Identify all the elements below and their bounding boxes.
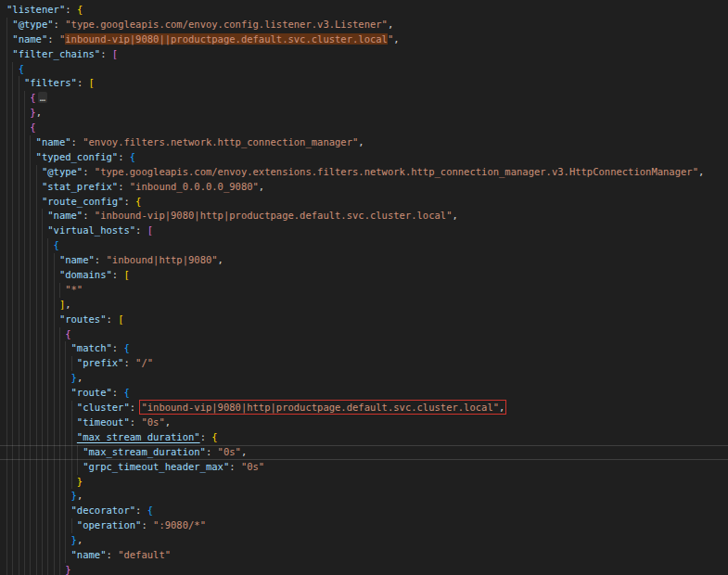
indentation bbox=[6, 107, 30, 118]
code-token: : bbox=[112, 387, 124, 398]
code-line[interactable]: }, bbox=[0, 533, 728, 548]
code-token: [ bbox=[89, 77, 95, 88]
code-token: "inbound-vip|9080|http|productpage.defau… bbox=[141, 402, 499, 413]
indentation bbox=[6, 387, 71, 398]
indentation bbox=[6, 151, 36, 162]
indentation bbox=[6, 328, 65, 339]
code-token: : bbox=[100, 48, 112, 59]
code-line[interactable]: "timeout": "0s", bbox=[0, 415, 728, 430]
code-token: : bbox=[118, 181, 130, 192]
code-line[interactable]: } bbox=[0, 563, 728, 575]
code-token: [ bbox=[147, 224, 153, 236]
code-token: , bbox=[165, 416, 171, 428]
code-line[interactable]: "*" bbox=[0, 283, 728, 298]
code-line[interactable]: { bbox=[0, 327, 728, 342]
code-token: "decorator" bbox=[71, 505, 136, 516]
code-token: , bbox=[393, 33, 399, 45]
indentation bbox=[6, 284, 65, 295]
indentation bbox=[6, 210, 47, 221]
code-line[interactable]: "name": "inbound|http|9080", bbox=[0, 253, 728, 268]
code-token: : bbox=[106, 313, 118, 325]
indentation bbox=[6, 446, 83, 457]
indentation bbox=[6, 490, 71, 501]
code-token: : bbox=[135, 505, 147, 516]
code-token: : bbox=[71, 136, 83, 147]
code-line[interactable]: "filters": [ bbox=[0, 76, 728, 91]
code-line-current[interactable]: "max_stream_duration": "0s", bbox=[0, 445, 728, 460]
code-token: "max_stream_duration" bbox=[83, 446, 206, 457]
code-line[interactable]: { bbox=[0, 121, 728, 135]
code-line[interactable]: { bbox=[0, 62, 728, 77]
code-line[interactable]: "name": "default" bbox=[0, 548, 728, 563]
code-token: { bbox=[65, 328, 70, 339]
code-token: : bbox=[135, 224, 147, 236]
code-line[interactable]: "route": { bbox=[0, 386, 728, 401]
code-token: "match" bbox=[71, 342, 112, 353]
code-token: "prefix" bbox=[77, 357, 124, 368]
code-token: "name" bbox=[59, 254, 95, 265]
code-line[interactable]: "route_config": { bbox=[0, 195, 728, 210]
code-line[interactable]: "cluster": "inbound-vip|9080|http|produc… bbox=[0, 401, 728, 415]
code-token: "envoy.filters.network.http_connection_m… bbox=[83, 136, 358, 147]
indentation bbox=[6, 402, 77, 413]
code-line[interactable]: "name": "envoy.filters.network.http_conn… bbox=[0, 135, 728, 150]
code-line[interactable]: }, bbox=[0, 489, 728, 504]
code-token: , bbox=[499, 402, 504, 413]
indentation bbox=[6, 564, 65, 575]
code-line[interactable]: "match": { bbox=[0, 341, 728, 356]
code-token: , bbox=[218, 254, 224, 265]
code-line[interactable]: {… bbox=[0, 91, 728, 106]
code-line[interactable]: "grpc_timeout_header_max": "0s" bbox=[0, 460, 728, 475]
code-line[interactable]: "virtual_hosts": [ bbox=[0, 224, 728, 238]
code-token: [ bbox=[112, 48, 118, 59]
code-token: "/" bbox=[135, 357, 153, 368]
code-line[interactable]: "listener": { bbox=[0, 3, 728, 18]
code-token: "domains" bbox=[59, 269, 112, 280]
code-line[interactable]: { bbox=[0, 238, 728, 253]
code-token: "grpc_timeout_header_max" bbox=[83, 461, 229, 472]
code-line[interactable]: "filter_chains": [ bbox=[0, 47, 728, 62]
code-line[interactable]: "name": "inbound-vip|9080|http|productpa… bbox=[0, 209, 728, 224]
code-line[interactable]: "routes": [ bbox=[0, 313, 728, 327]
code-token: { bbox=[130, 151, 135, 162]
code-token: "default" bbox=[118, 549, 171, 560]
code-line[interactable]: "domains": [ bbox=[0, 268, 728, 283]
code-line[interactable]: "name": "inbound-vip|9080||productpage.d… bbox=[0, 32, 728, 47]
code-token: ":9080/*" bbox=[153, 519, 206, 530]
code-token: : bbox=[65, 4, 77, 15]
code-token: , bbox=[241, 446, 247, 457]
indentation bbox=[6, 121, 30, 133]
indentation bbox=[6, 92, 30, 103]
code-token: "virtual_hosts" bbox=[47, 224, 135, 236]
code-line[interactable]: } bbox=[0, 475, 728, 490]
code-token: "type.googleapis.com/envoy.config.listen… bbox=[65, 19, 388, 30]
code-line[interactable]: ], bbox=[0, 298, 728, 313]
code-token: "max_stream_duration" bbox=[77, 431, 200, 442]
code-token: { bbox=[123, 387, 129, 398]
code-token: "listener" bbox=[6, 4, 65, 15]
code-line[interactable]: "typed_config": { bbox=[0, 150, 728, 165]
code-token: : bbox=[47, 33, 59, 45]
indentation bbox=[6, 254, 59, 265]
indentation bbox=[6, 534, 71, 545]
code-token: "stat_prefix" bbox=[42, 181, 118, 192]
code-line[interactable]: }, bbox=[0, 371, 728, 386]
code-token: , bbox=[77, 372, 83, 383]
code-line[interactable]: "decorator": { bbox=[0, 504, 728, 518]
code-line[interactable]: "max_stream_duration": { bbox=[0, 430, 728, 445]
code-line[interactable]: "stat_prefix": "inbound_0.0.0.0_9080", bbox=[0, 180, 728, 195]
folded-code-ellipsis[interactable]: … bbox=[38, 92, 47, 103]
indentation bbox=[6, 224, 47, 236]
code-token: "0s" bbox=[241, 461, 264, 472]
code-line[interactable]: "operation": ":9080/*" bbox=[0, 518, 728, 533]
code-line[interactable]: "@type": "type.googleapis.com/envoy.exte… bbox=[0, 165, 728, 180]
code-line[interactable]: "prefix": "/" bbox=[0, 356, 728, 371]
code-token: : bbox=[95, 254, 107, 265]
code-token: "name" bbox=[71, 549, 107, 560]
indentation bbox=[6, 77, 24, 88]
json-editor[interactable]: "listener": { "@type": "type.googleapis.… bbox=[0, 0, 728, 575]
code-line[interactable]: }, bbox=[0, 106, 728, 121]
code-line[interactable]: "@type": "type.googleapis.com/envoy.conf… bbox=[0, 18, 728, 32]
code-token: "@type" bbox=[12, 19, 53, 30]
code-token: { bbox=[147, 505, 153, 516]
